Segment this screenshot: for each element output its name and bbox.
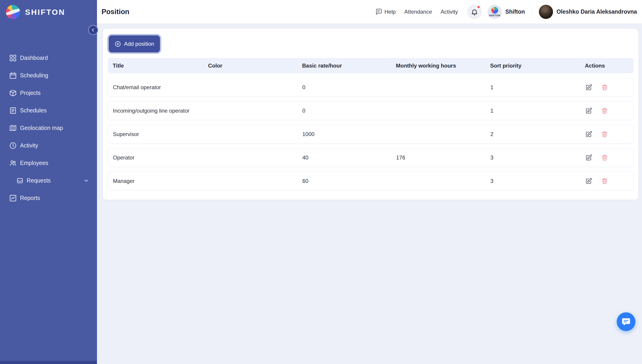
header-divider (532, 7, 532, 16)
header: Position Help Attendance Activity (97, 0, 642, 24)
sort-priority-value: 1 (490, 84, 585, 90)
chevron-left-icon (91, 28, 96, 32)
bell-icon (471, 8, 478, 16)
sort-priority-value: 3 (490, 178, 585, 184)
sidebar-item-label: Dashboard (20, 54, 48, 61)
edit-button[interactable] (585, 178, 592, 185)
header-right: Help Attendance Activity SHIFTON (375, 4, 642, 19)
trash-icon (601, 84, 608, 91)
company-name: Shifton (505, 8, 525, 15)
sidebar-item-activity[interactable]: Activity (0, 137, 97, 154)
help-label: Help (384, 9, 396, 15)
edit-icon (585, 107, 592, 114)
column-header-rate: Basic rate/hour (302, 62, 396, 69)
add-position-button[interactable]: Add position (109, 35, 160, 52)
company-logo-icon (491, 7, 498, 14)
sidebar-item-dashboard[interactable]: Dashboard (0, 49, 97, 67)
sidebar-item-geolocation-map[interactable]: Geolocation map (0, 119, 97, 137)
sidebar-footer-bar (0, 361, 97, 364)
edit-button[interactable] (585, 154, 592, 161)
add-position-label: Add position (124, 41, 154, 47)
edit-icon (585, 130, 592, 138)
sidebar-item-reports[interactable]: Reports (0, 189, 97, 207)
table-row: Operator 40 176 3 (108, 148, 633, 167)
table-row: Incoming/outgoing line operator 0 1 (108, 101, 633, 120)
sidebar-item-label: Requests (27, 177, 51, 184)
sidebar-item-scheduling[interactable]: Scheduling (0, 67, 97, 84)
basic-rate-value: 1000 (302, 131, 396, 138)
sidebar-item-label: Geolocation map (20, 125, 63, 131)
delete-button[interactable] (601, 130, 608, 138)
sort-priority-value: 2 (490, 131, 585, 138)
user-avatar (539, 5, 553, 19)
table-row: Manager 60 3 (108, 172, 633, 190)
edit-icon (585, 178, 592, 185)
shifton-logo-icon (6, 5, 20, 19)
employees-icon (9, 159, 17, 167)
company-chip[interactable]: SHIFTON Shifton (488, 5, 525, 19)
sidebar-item-label: Projects (20, 90, 41, 96)
edit-button[interactable] (585, 84, 592, 91)
delete-button[interactable] (601, 107, 608, 114)
sidebar-nav: Dashboard Scheduling Projects Schedules (0, 49, 97, 207)
sort-priority-value: 1 (490, 108, 585, 114)
sidebar-item-label: Activity (20, 142, 38, 149)
sidebar-item-label: Employees (20, 160, 48, 166)
sidebar-item-label: Schedules (20, 107, 47, 114)
trash-icon (601, 130, 608, 138)
help-icon (375, 8, 382, 15)
app-root: SHIFTON Dashboard Scheduling (0, 0, 642, 364)
page-title: Position (102, 8, 129, 16)
delete-button[interactable] (601, 178, 608, 184)
column-header-monthly-hours: Monthly working hours (396, 62, 490, 69)
basic-rate-value: 0 (302, 84, 396, 90)
brand[interactable]: SHIFTON (0, 0, 97, 19)
user-name: Oleshko Daria Aleksandrovna (557, 8, 637, 15)
activity-label: Activity (441, 9, 458, 15)
position-title: Supervisor (113, 131, 208, 138)
cube-icon (9, 89, 17, 97)
edit-icon (585, 84, 592, 91)
list-document-icon (9, 107, 17, 114)
sidebar-item-label: Scheduling (20, 72, 48, 79)
position-title: Incoming/outgoing line operator (113, 108, 208, 114)
notifications-button[interactable] (467, 4, 482, 19)
edit-button[interactable] (585, 107, 592, 114)
requests-icon (17, 177, 24, 184)
chevron-down-icon[interactable] (83, 178, 89, 184)
activity-link[interactable]: Activity (441, 9, 458, 15)
sidebar-item-projects[interactable]: Projects (0, 84, 97, 102)
column-header-color: Color (208, 62, 302, 69)
sidebar-item-schedules[interactable]: Schedules (0, 102, 97, 119)
help-link[interactable]: Help (375, 8, 396, 15)
sidebar-item-employees[interactable]: Employees (0, 154, 97, 172)
column-header-sort-priority: Sort priority (490, 62, 585, 69)
positions-card: Add position Title Color Basic rate/hour… (103, 29, 638, 200)
chat-bubble-icon (621, 317, 630, 326)
column-header-actions: Actions (585, 62, 633, 69)
reports-icon (9, 194, 17, 202)
delete-button[interactable] (601, 84, 608, 91)
notification-dot (477, 6, 480, 9)
basic-rate-value: 60 (302, 178, 396, 184)
column-header-title: Title (113, 62, 208, 69)
position-title: Chat/email operator (113, 84, 208, 90)
basic-rate-value: 40 (302, 154, 396, 161)
monthly-hours-value: 176 (396, 154, 490, 161)
position-title: Manager (113, 178, 208, 184)
sidebar-item-requests[interactable]: Requests (0, 172, 97, 189)
trash-icon (601, 178, 608, 184)
position-title: Operator (113, 154, 208, 161)
trash-icon (601, 154, 608, 161)
chat-widget-button[interactable] (617, 312, 635, 331)
table-row: Supervisor 1000 2 (108, 125, 633, 144)
map-icon (9, 124, 17, 132)
delete-button[interactable] (601, 154, 608, 161)
sidebar-collapse-button[interactable] (88, 25, 98, 35)
attendance-link[interactable]: Attendance (404, 9, 432, 15)
edit-button[interactable] (585, 130, 592, 138)
table-row: Chat/email operator 0 1 (108, 78, 633, 97)
brand-name: SHIFTON (25, 8, 65, 16)
edit-icon (585, 154, 592, 161)
user-chip[interactable]: Oleshko Daria Aleksandrovna (539, 5, 637, 19)
